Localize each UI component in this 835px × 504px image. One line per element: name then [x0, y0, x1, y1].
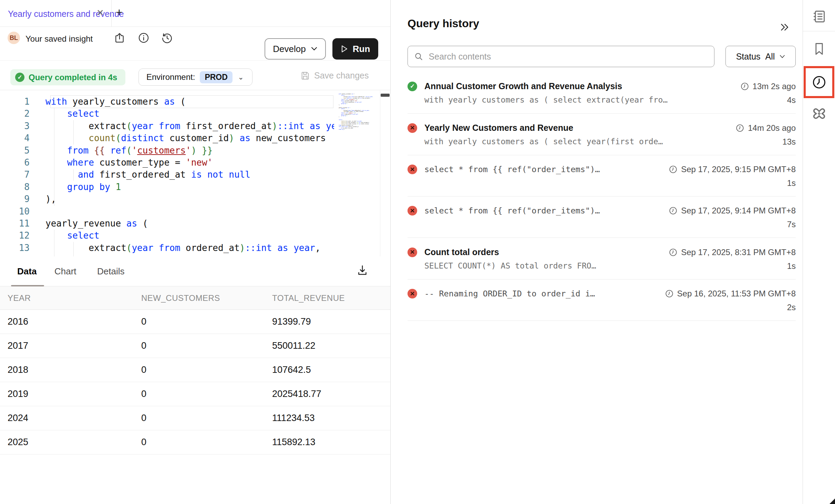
history-item-title: Annual Customer Growth and Revenue Analy…: [424, 81, 735, 91]
table-cell: 0: [134, 340, 265, 351]
table-cell: 2025418.77: [265, 389, 390, 399]
query-status-bar: ✓ Query completed in 4s Environment: PRO…: [0, 61, 390, 90]
error-status-icon: ✕: [408, 165, 417, 174]
run-button[interactable]: Run: [332, 38, 378, 60]
column-total-revenue[interactable]: TOTAL_REVENUE: [265, 293, 390, 303]
clock-icon: [665, 289, 674, 298]
code-line: 2 select: [0, 108, 334, 120]
share-icon[interactable]: [114, 32, 125, 44]
query-history-title: Query history: [408, 17, 796, 30]
tab-details[interactable]: Details: [97, 266, 124, 277]
collapse-panel-icon[interactable]: [779, 21, 790, 33]
tab-close-icon[interactable]: ✕: [96, 8, 104, 18]
code-text: with yearly_customers as (: [37, 96, 186, 108]
code-text: from {{ ref('customers') }}: [37, 145, 213, 157]
history-filter-row: Status All: [408, 46, 796, 67]
history-item-snippet: SELECT COUNT(*) AS total_orders FRO…: [424, 261, 782, 270]
code-lines: 1with yearly_customers as (2 select3 ext…: [0, 96, 334, 254]
table-cell: 111234.53: [265, 413, 390, 423]
environment-label: Environment:: [146, 72, 195, 82]
run-label: Run: [353, 44, 370, 54]
avatar: BL: [8, 32, 20, 44]
scrollbar-thumb[interactable]: [381, 94, 390, 97]
code-text: extract(year from ordered_at)::int as ye…: [37, 242, 320, 254]
tab-yearly-customers[interactable]: Yearly customers and revenue: [8, 9, 124, 19]
table-cell: 115892.13: [265, 437, 390, 448]
table-cell: 0: [134, 316, 265, 327]
column-new-customers[interactable]: NEW_CUSTOMERS: [134, 293, 265, 303]
develop-dropdown[interactable]: Develop: [265, 38, 326, 60]
history-item[interactable]: ✕Count total ordersSep 17, 2025, 8:31 PM…: [408, 238, 796, 280]
history-item-duration: 1s: [787, 261, 796, 271]
editor-scrollbar[interactable]: [380, 91, 390, 256]
table-row[interactable]: 2016091399.79: [0, 310, 390, 334]
history-item-snippet: with yearly_customers as ( select extrac…: [424, 95, 782, 104]
editor-minimap[interactable]: with yearly_customers as ( select extrac…: [334, 91, 390, 256]
chevron-down-icon: [780, 55, 785, 59]
code-line: 9),: [0, 193, 334, 205]
notebook-icon[interactable]: [812, 9, 827, 24]
code-line: 7 and first_ordered_at is not null: [0, 169, 334, 181]
code-line: 10: [0, 206, 334, 218]
search-input[interactable]: [429, 52, 708, 62]
code-text: group by 1: [37, 181, 121, 193]
line-number: 2: [0, 108, 37, 120]
code-text: [37, 206, 45, 218]
status-filter-label: Status: [736, 52, 761, 62]
insight-toolbar: BL Your saved insight: [0, 27, 390, 61]
history-item[interactable]: ✓Annual Customer Growth and Revenue Anal…: [408, 72, 796, 114]
code-line: order by 1: [337, 129, 383, 130]
resize-corner[interactable]: [829, 498, 835, 504]
code-text: yearly_revenue as (: [37, 218, 148, 230]
table-row[interactable]: 20250115892.13: [0, 430, 390, 454]
history-item-time: Sep 16, 2025, 11:53 PM GMT+8: [665, 289, 796, 298]
develop-label: Develop: [273, 44, 306, 54]
lineage-icon[interactable]: [812, 106, 827, 121]
bookmark-icon[interactable]: [812, 41, 827, 56]
history-item[interactable]: ✕select * from {{ ref("order_items")…Sep…: [408, 197, 796, 238]
results-panel: Data Chart Details YEAR NEW_CUSTOMERS TO…: [0, 256, 390, 454]
indent-guide: [73, 169, 74, 181]
save-changes-button[interactable]: Save changes: [300, 71, 369, 81]
history-item-title: Count total orders: [424, 247, 664, 257]
line-number: 10: [0, 206, 37, 218]
table-row[interactable]: 201902025418.77: [0, 382, 390, 406]
tab-data[interactable]: Data: [17, 266, 37, 277]
sql-code-editor[interactable]: 1with yearly_customers as (2 select3 ext…: [0, 91, 390, 256]
table-row[interactable]: 20170550011.22: [0, 334, 390, 358]
history-clock-icon: [811, 74, 827, 90]
editor-panel: Yearly customers and revenue ✕ + BL Your…: [0, 0, 390, 504]
play-icon: [341, 45, 348, 53]
code-text: where customer_type = 'new': [37, 157, 213, 169]
environment-selector[interactable]: Environment: PROD ⌄: [138, 69, 252, 86]
code-text: select: [37, 108, 100, 120]
indent-guide: [73, 242, 74, 256]
history-item[interactable]: ✕Yearly New Customers and Revenue14m 20s…: [408, 114, 796, 155]
query-history-icon-active[interactable]: [804, 66, 834, 98]
minimap-code: with yearly_customers as ( select extrac…: [337, 93, 383, 130]
line-number: 5: [0, 145, 37, 157]
chevron-down-icon: [311, 46, 318, 51]
table-cell: 2016: [0, 316, 134, 327]
history-item-time: Sep 17, 2025, 9:15 PM GMT+8: [669, 165, 796, 174]
tab-chart[interactable]: Chart: [54, 266, 76, 277]
download-icon[interactable]: [356, 264, 369, 276]
clock-icon: [669, 206, 678, 215]
new-tab-button[interactable]: +: [116, 6, 123, 19]
table-cell: 0: [134, 437, 265, 448]
table-row[interactable]: 20240111234.53: [0, 406, 390, 430]
info-icon[interactable]: [138, 32, 150, 44]
save-changes-label: Save changes: [314, 71, 369, 81]
saved-insight-label: Your saved insight: [25, 34, 93, 44]
history-item[interactable]: ✕select * from {{ ref("order_items")…Sep…: [408, 155, 796, 197]
history-item-title: select * from {{ ref("order_items")…: [424, 206, 664, 216]
history-item-duration: 13s: [782, 137, 796, 147]
table-row[interactable]: 20180107642.5: [0, 358, 390, 382]
code-line: 5 from {{ ref('customers') }}: [0, 145, 334, 157]
status-filter-dropdown[interactable]: Status All: [725, 46, 796, 67]
version-history-icon[interactable]: [161, 32, 173, 44]
history-search-box[interactable]: [408, 46, 714, 67]
history-item[interactable]: ✕-- Renaming ORDER_ID to order_id i…Sep …: [408, 280, 796, 321]
history-item-snippet: with yearly_customers as ( select year(f…: [424, 137, 777, 146]
column-year[interactable]: YEAR: [0, 293, 134, 303]
